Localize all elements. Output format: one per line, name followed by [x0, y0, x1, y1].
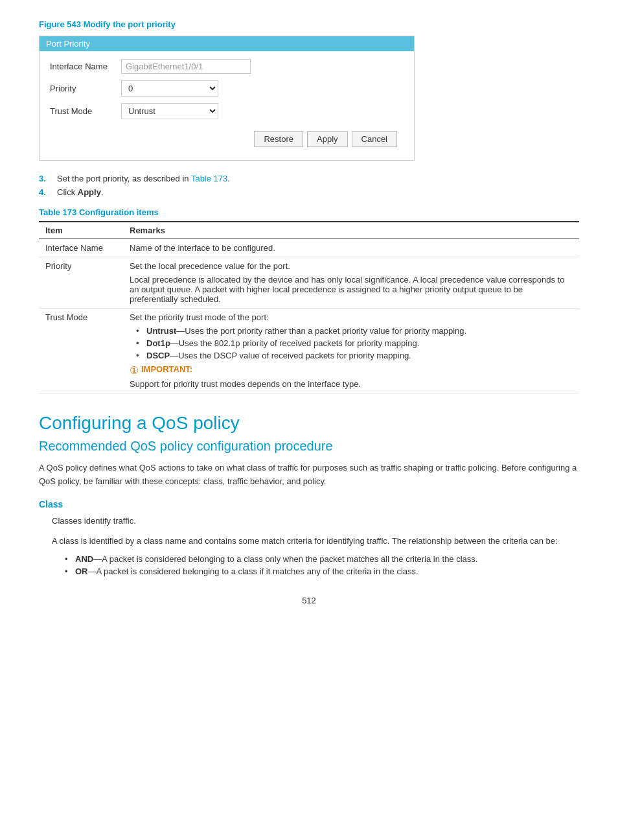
table-row: Priority Set the local precedence value … — [39, 257, 579, 309]
priority-row: Priority 0 — [50, 80, 404, 97]
col-item-header: Item — [39, 222, 123, 239]
item-priority: Priority — [39, 257, 123, 309]
class-para1: Classes identify traffic. — [52, 515, 579, 528]
table-header-row: Item Remarks — [39, 222, 579, 239]
sub-heading: Recommended QoS policy configuration pro… — [39, 439, 579, 454]
item-trust-mode: Trust Mode — [39, 309, 123, 393]
table-row: Trust Mode Set the priority trust mode o… — [39, 309, 579, 393]
step-4: 4. Click Apply. — [39, 187, 579, 197]
class-heading: Class — [39, 499, 579, 509]
remarks-trust-mode: Set the priority trust mode of the port:… — [123, 309, 579, 393]
list-item: Dot1p—Uses the 802.1p priority of receiv… — [136, 338, 573, 348]
step-3-text: Set the port priority, as described in T… — [57, 174, 230, 183]
intro-text: A QoS policy defines what QoS actions to… — [39, 461, 579, 489]
table-173-link[interactable]: Table 173 — [191, 174, 227, 183]
trust-mode-select[interactable]: Untrust — [121, 103, 218, 119]
item-interface-name: Interface Name — [39, 239, 123, 257]
remarks-priority: Set the local precedence value for the p… — [123, 257, 579, 309]
important-block: ① IMPORTANT: — [130, 364, 573, 377]
restore-button[interactable]: Restore — [254, 131, 303, 147]
interface-name-input[interactable] — [121, 59, 251, 74]
steps-section: 3. Set the port priority, as described i… — [39, 174, 579, 197]
interface-name-label: Interface Name — [50, 62, 121, 71]
step-3: 3. Set the port priority, as described i… — [39, 174, 579, 183]
important-icon: ① — [130, 364, 139, 377]
trust-mode-row: Trust Mode Untrust — [50, 103, 404, 119]
page-number: 512 — [39, 596, 579, 605]
port-priority-box: Port Priority Interface Name Priority 0 … — [39, 36, 415, 161]
important-text: Support for priority trust modes depends… — [130, 379, 573, 389]
step-4-text: Click Apply. — [57, 187, 104, 197]
list-item: DSCP—Uses the DSCP value of received pac… — [136, 351, 573, 360]
list-item: OR—A packet is considered belonging to a… — [65, 566, 579, 576]
class-bullets: AND—A packet is considered belonging to … — [65, 554, 579, 576]
step-4-number: 4. — [39, 187, 57, 197]
class-section: Class Classes identify traffic. A class … — [39, 499, 579, 577]
figure-section: Figure 543 Modify the port priority Port… — [39, 19, 579, 161]
form-buttons: Restore Apply Cancel — [50, 126, 404, 152]
priority-select[interactable]: 0 — [121, 80, 218, 97]
list-item: AND—A packet is considered belonging to … — [65, 554, 579, 564]
trust-mode-bullets: Untrust—Uses the port priority rather th… — [136, 326, 573, 360]
step-3-number: 3. — [39, 174, 57, 183]
trust-mode-label: Trust Mode — [50, 106, 121, 116]
main-heading: Configuring a QoS policy — [39, 413, 579, 434]
table-row: Interface Name Name of the interface to … — [39, 239, 579, 257]
cancel-button[interactable]: Cancel — [352, 131, 397, 147]
list-item: Untrust—Uses the port priority rather th… — [136, 326, 573, 336]
config-table: Item Remarks Interface Name Name of the … — [39, 221, 579, 393]
important-label: IMPORTANT: — [141, 364, 192, 374]
col-remarks-header: Remarks — [123, 222, 579, 239]
class-para2: A class is identified by a class name an… — [52, 535, 579, 548]
apply-button[interactable]: Apply — [307, 131, 348, 147]
interface-name-row: Interface Name — [50, 59, 404, 74]
table-caption: Table 173 Configuration items — [39, 207, 579, 217]
figure-caption: Figure 543 Modify the port priority — [39, 19, 579, 29]
priority-label: Priority — [50, 84, 121, 93]
port-priority-header: Port Priority — [40, 36, 414, 51]
port-priority-body: Interface Name Priority 0 Trust Mode Unt… — [40, 51, 414, 160]
remarks-interface-name: Name of the interface to be configured. — [123, 239, 579, 257]
